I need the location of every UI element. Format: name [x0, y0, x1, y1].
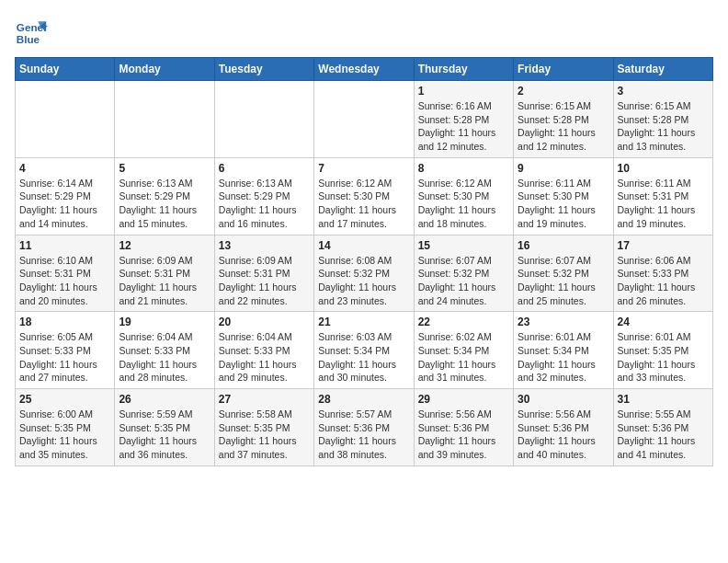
calendar-cell [214, 81, 313, 158]
calendar-cell: 2Sunrise: 6:15 AMSunset: 5:28 PMDaylight… [514, 81, 613, 158]
day-info: Sunrise: 6:02 AMSunset: 5:34 PMDaylight:… [418, 330, 509, 385]
calendar-week-2: 4Sunrise: 6:14 AMSunset: 5:29 PMDaylight… [16, 157, 713, 235]
calendar-cell: 26Sunrise: 5:59 AMSunset: 5:35 PMDayligh… [115, 389, 214, 466]
day-number: 26 [119, 393, 210, 406]
day-number: 12 [119, 239, 210, 252]
day-info: Sunrise: 5:59 AMSunset: 5:35 PMDaylight:… [119, 408, 210, 462]
day-info: Sunrise: 6:05 AMSunset: 5:33 PMDaylight:… [19, 330, 110, 385]
calendar-cell: 13Sunrise: 6:09 AMSunset: 5:31 PMDayligh… [214, 235, 313, 312]
day-info: Sunrise: 5:57 AMSunset: 5:36 PMDaylight:… [318, 408, 409, 462]
day-number: 23 [518, 316, 609, 328]
header: General Blue [15, 15, 713, 48]
weekday-header-wednesday: Wednesday [314, 58, 414, 81]
calendar-cell: 20Sunrise: 6:04 AMSunset: 5:33 PMDayligh… [214, 312, 313, 389]
calendar-cell: 8Sunrise: 6:12 AMSunset: 5:30 PMDaylight… [414, 157, 513, 235]
day-info: Sunrise: 5:55 AMSunset: 5:36 PMDaylight:… [618, 408, 709, 462]
day-info: Sunrise: 6:09 AMSunset: 5:31 PMDaylight:… [119, 254, 210, 308]
day-info: Sunrise: 6:15 AMSunset: 5:28 PMDaylight:… [618, 99, 709, 154]
weekday-header-row: SundayMondayTuesdayWednesdayThursdayFrid… [16, 58, 713, 81]
weekday-header-friday: Friday [514, 58, 613, 81]
day-number: 21 [318, 316, 409, 328]
day-info: Sunrise: 6:07 AMSunset: 5:32 PMDaylight:… [518, 254, 609, 308]
calendar-cell: 21Sunrise: 6:03 AMSunset: 5:34 PMDayligh… [314, 312, 414, 389]
calendar-cell: 6Sunrise: 6:13 AMSunset: 5:29 PMDaylight… [214, 157, 313, 235]
day-info: Sunrise: 6:04 AMSunset: 5:33 PMDaylight:… [119, 330, 210, 385]
day-info: Sunrise: 6:11 AMSunset: 5:31 PMDaylight:… [618, 177, 709, 231]
calendar-cell: 31Sunrise: 5:55 AMSunset: 5:36 PMDayligh… [613, 389, 712, 466]
day-number: 10 [618, 162, 709, 175]
logo-icon: General Blue [15, 15, 48, 48]
weekday-header-tuesday: Tuesday [214, 58, 313, 81]
day-number: 24 [618, 316, 709, 328]
calendar-cell [314, 81, 414, 158]
day-number: 25 [19, 393, 110, 406]
calendar-cell: 22Sunrise: 6:02 AMSunset: 5:34 PMDayligh… [414, 312, 513, 389]
day-number: 22 [418, 316, 509, 328]
calendar-cell: 23Sunrise: 6:01 AMSunset: 5:34 PMDayligh… [514, 312, 613, 389]
day-number: 19 [119, 316, 210, 328]
weekday-header-sunday: Sunday [16, 58, 115, 81]
day-number: 17 [618, 239, 709, 252]
calendar-cell: 24Sunrise: 6:01 AMSunset: 5:35 PMDayligh… [613, 312, 712, 389]
day-number: 13 [219, 239, 310, 252]
calendar-cell: 25Sunrise: 6:00 AMSunset: 5:35 PMDayligh… [16, 389, 115, 466]
day-number: 6 [219, 162, 310, 175]
day-info: Sunrise: 6:16 AMSunset: 5:28 PMDaylight:… [418, 99, 509, 154]
weekday-header-monday: Monday [115, 58, 214, 81]
calendar-week-5: 25Sunrise: 6:00 AMSunset: 5:35 PMDayligh… [16, 389, 713, 466]
calendar-cell [115, 81, 214, 158]
day-number: 14 [318, 239, 409, 252]
day-number: 3 [618, 85, 709, 98]
day-number: 20 [219, 316, 310, 328]
day-info: Sunrise: 6:12 AMSunset: 5:30 PMDaylight:… [318, 177, 409, 231]
day-number: 7 [318, 162, 409, 175]
calendar-cell: 27Sunrise: 5:58 AMSunset: 5:35 PMDayligh… [214, 389, 313, 466]
day-info: Sunrise: 6:06 AMSunset: 5:33 PMDaylight:… [618, 254, 709, 308]
calendar-cell: 17Sunrise: 6:06 AMSunset: 5:33 PMDayligh… [613, 235, 712, 312]
calendar-week-4: 18Sunrise: 6:05 AMSunset: 5:33 PMDayligh… [16, 312, 713, 389]
day-number: 28 [318, 393, 409, 406]
day-info: Sunrise: 6:00 AMSunset: 5:35 PMDaylight:… [19, 408, 110, 462]
calendar-cell: 3Sunrise: 6:15 AMSunset: 5:28 PMDaylight… [613, 81, 712, 158]
day-number: 1 [418, 85, 509, 98]
calendar-cell: 5Sunrise: 6:13 AMSunset: 5:29 PMDaylight… [115, 157, 214, 235]
day-info: Sunrise: 6:15 AMSunset: 5:28 PMDaylight:… [518, 99, 609, 154]
calendar-cell: 14Sunrise: 6:08 AMSunset: 5:32 PMDayligh… [314, 235, 414, 312]
day-info: Sunrise: 6:13 AMSunset: 5:29 PMDaylight:… [119, 177, 210, 231]
day-number: 4 [19, 162, 110, 175]
calendar-cell: 7Sunrise: 6:12 AMSunset: 5:30 PMDaylight… [314, 157, 414, 235]
logo: General Blue [15, 15, 48, 48]
day-number: 27 [219, 393, 310, 406]
calendar-table: SundayMondayTuesdayWednesdayThursdayFrid… [15, 57, 713, 466]
day-info: Sunrise: 5:56 AMSunset: 5:36 PMDaylight:… [418, 408, 509, 462]
day-number: 2 [518, 85, 609, 98]
day-number: 9 [518, 162, 609, 175]
day-info: Sunrise: 6:01 AMSunset: 5:34 PMDaylight:… [518, 330, 609, 385]
day-info: Sunrise: 6:04 AMSunset: 5:33 PMDaylight:… [219, 330, 310, 385]
calendar-cell: 28Sunrise: 5:57 AMSunset: 5:36 PMDayligh… [314, 389, 414, 466]
calendar-cell: 19Sunrise: 6:04 AMSunset: 5:33 PMDayligh… [115, 312, 214, 389]
day-number: 18 [19, 316, 110, 328]
weekday-header-saturday: Saturday [613, 58, 712, 81]
day-info: Sunrise: 6:01 AMSunset: 5:35 PMDaylight:… [618, 330, 709, 385]
calendar-cell: 11Sunrise: 6:10 AMSunset: 5:31 PMDayligh… [16, 235, 115, 312]
calendar-cell: 16Sunrise: 6:07 AMSunset: 5:32 PMDayligh… [514, 235, 613, 312]
day-info: Sunrise: 5:58 AMSunset: 5:35 PMDaylight:… [219, 408, 310, 462]
svg-text:Blue: Blue [17, 33, 40, 45]
calendar-cell [16, 81, 115, 158]
day-number: 29 [418, 393, 509, 406]
day-info: Sunrise: 6:08 AMSunset: 5:32 PMDaylight:… [318, 254, 409, 308]
calendar-cell: 1Sunrise: 6:16 AMSunset: 5:28 PMDaylight… [414, 81, 513, 158]
calendar-cell: 15Sunrise: 6:07 AMSunset: 5:32 PMDayligh… [414, 235, 513, 312]
day-info: Sunrise: 6:11 AMSunset: 5:30 PMDaylight:… [518, 177, 609, 231]
day-number: 16 [518, 239, 609, 252]
day-number: 31 [618, 393, 709, 406]
calendar-week-3: 11Sunrise: 6:10 AMSunset: 5:31 PMDayligh… [16, 235, 713, 312]
day-info: Sunrise: 6:07 AMSunset: 5:32 PMDaylight:… [418, 254, 509, 308]
calendar-cell: 10Sunrise: 6:11 AMSunset: 5:31 PMDayligh… [613, 157, 712, 235]
day-number: 8 [418, 162, 509, 175]
day-number: 11 [19, 239, 110, 252]
day-info: Sunrise: 6:12 AMSunset: 5:30 PMDaylight:… [418, 177, 509, 231]
weekday-header-thursday: Thursday [414, 58, 513, 81]
calendar-cell: 30Sunrise: 5:56 AMSunset: 5:36 PMDayligh… [514, 389, 613, 466]
